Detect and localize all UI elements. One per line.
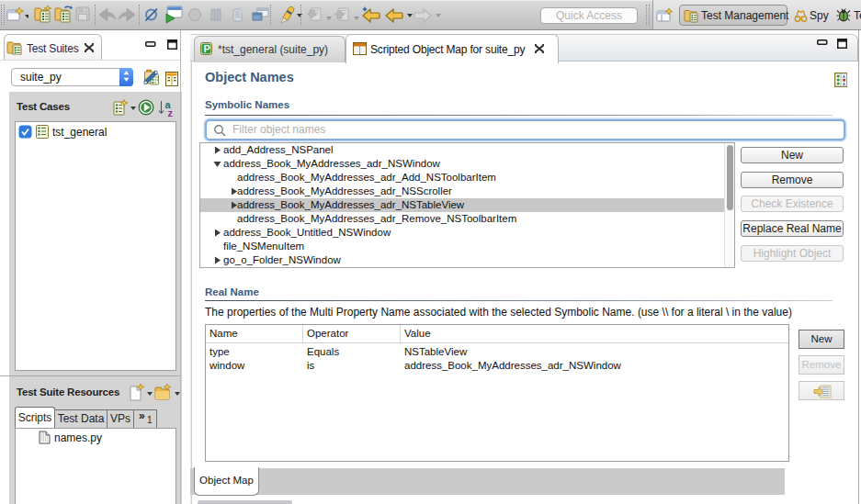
svg-text:z: z <box>168 107 174 118</box>
svg-text:P: P <box>204 43 210 54</box>
